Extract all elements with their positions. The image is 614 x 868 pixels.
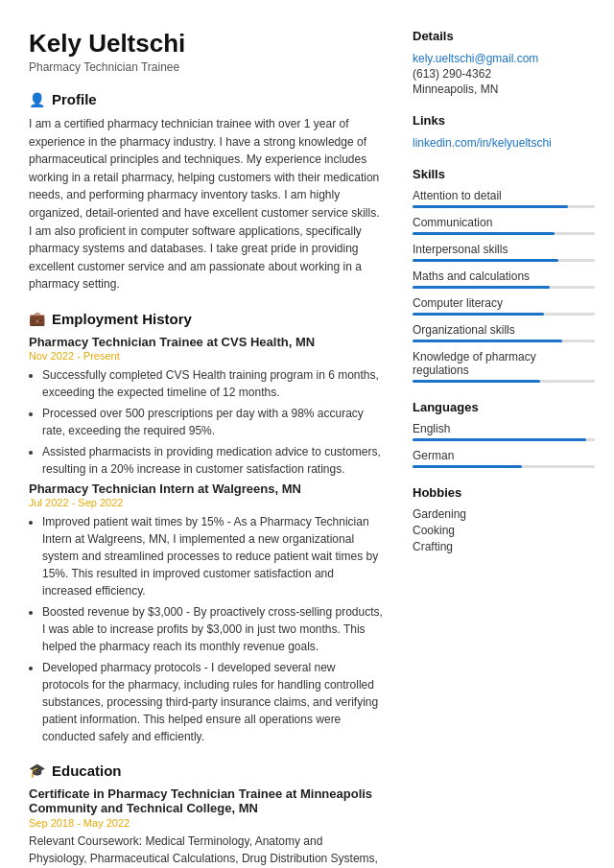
hobbies-title: Hobbies	[413, 485, 595, 500]
lang-bar-bg-1	[413, 465, 595, 468]
bullet-1-2: Processed over 500 prescriptions per day…	[42, 405, 384, 439]
education-section: 🎓 Education Certificate in Pharmacy Tech…	[29, 762, 384, 868]
skill-item-4: Computer literacy	[413, 296, 595, 316]
hobby-item-0: Gardening	[413, 507, 595, 521]
skill-bar-bg-5	[413, 340, 595, 342]
skill-bar-fill-4	[413, 313, 544, 316]
profile-section-title: 👤 Profile	[29, 91, 384, 107]
job-entry-2: Pharmacy Technician Intern at Walgreens,…	[29, 481, 384, 745]
skill-name-4: Computer literacy	[413, 296, 595, 310]
details-title: Details	[413, 29, 595, 43]
skill-name-6: Knowledge of pharmacy regulations	[413, 350, 595, 377]
candidate-subtitle: Pharmacy Technician Trainee	[29, 60, 384, 74]
skill-item-1: Communication	[413, 216, 595, 235]
bullet-2-1: Improved patient wait times by 15% - As …	[42, 513, 384, 599]
profile-text: I am a certified pharmacy technician tra…	[29, 115, 384, 293]
skill-bar-fill-2	[413, 259, 558, 262]
lang-name-1: German	[413, 449, 595, 462]
skill-bar-fill-3	[413, 286, 550, 289]
languages-title: Languages	[413, 400, 595, 414]
education-icon: 🎓	[29, 762, 45, 778]
skill-bar-bg-4	[413, 313, 595, 316]
edu-date-1: Sep 2018 - May 2022	[29, 817, 384, 829]
job-entry-1: Pharmacy Technician Trainee at CVS Healt…	[29, 335, 384, 478]
skill-bar-bg-0	[413, 205, 595, 208]
links-section: Links linkedin.com/in/kelyueltschi	[413, 113, 595, 150]
skill-item-6: Knowledge of pharmacy regulations	[413, 350, 595, 383]
skill-bar-bg-1	[413, 232, 595, 235]
email-link[interactable]: kely.ueltschi@gmail.com	[413, 52, 538, 65]
job-title-1: Pharmacy Technician Trainee at CVS Healt…	[29, 335, 384, 349]
skill-bar-bg-3	[413, 286, 595, 289]
skill-name-0: Attention to detail	[413, 189, 595, 202]
candidate-name: Kely Ueltschi	[29, 29, 384, 59]
skills-title: Skills	[413, 167, 595, 181]
skill-name-1: Communication	[413, 216, 595, 229]
skill-item-0: Attention to detail	[413, 189, 595, 208]
skill-name-2: Interpersonal skills	[413, 243, 595, 256]
skill-item-2: Interpersonal skills	[413, 243, 595, 262]
lang-bar-bg-0	[413, 438, 595, 441]
skill-bar-fill-6	[413, 380, 540, 383]
resume-header: Kely Ueltschi Pharmacy Technician Traine…	[29, 29, 384, 74]
job-title-2: Pharmacy Technician Intern at Walgreens,…	[29, 481, 384, 496]
employment-section-title: 💼 Employment History	[29, 311, 384, 327]
bullet-1-3: Assisted pharmacists in providing medica…	[42, 443, 384, 478]
lang-item-0: English	[413, 422, 595, 441]
lang-bar-fill-0	[413, 438, 586, 441]
skill-bar-bg-2	[413, 259, 595, 262]
bullet-1-1: Successfully completed CVS Health traini…	[42, 366, 384, 401]
languages-section: Languages English German	[413, 400, 595, 468]
skill-bar-fill-5	[413, 340, 562, 342]
education-section-title: 🎓 Education	[29, 762, 384, 779]
details-section: Details kely.ueltschi@gmail.com (613) 29…	[413, 29, 595, 96]
employment-icon: 💼	[29, 311, 45, 326]
skill-name-3: Maths and calculations	[413, 270, 595, 283]
profile-section: 👤 Profile I am a certified pharmacy tech…	[29, 91, 384, 293]
edu-text-1: Relevant Coursework: Medical Terminology…	[29, 833, 384, 868]
education-entry-1: Certificate in Pharmacy Technician Train…	[29, 786, 384, 868]
linkedin-link[interactable]: linkedin.com/in/kelyueltschi	[413, 136, 552, 150]
skill-bar-fill-0	[413, 205, 568, 208]
profile-icon: 👤	[29, 92, 45, 107]
employment-section: 💼 Employment History Pharmacy Technician…	[29, 311, 384, 745]
hobby-item-2: Crafting	[413, 540, 595, 553]
skill-item-5: Organizational skills	[413, 323, 595, 342]
skill-item-3: Maths and calculations	[413, 270, 595, 289]
hobby-item-1: Cooking	[413, 524, 595, 537]
lang-bar-fill-1	[413, 465, 522, 468]
job-bullets-2: Improved patient wait times by 15% - As …	[42, 513, 384, 745]
skill-bar-fill-1	[413, 232, 555, 235]
lang-name-0: English	[413, 422, 595, 435]
location-text: Minneapolis, MN	[413, 82, 595, 96]
skills-section: Skills Attention to detail Communication…	[413, 167, 595, 383]
lang-item-1: German	[413, 449, 595, 468]
job-bullets-1: Successfully completed CVS Health traini…	[42, 366, 384, 478]
edu-title-1: Certificate in Pharmacy Technician Train…	[29, 786, 384, 815]
links-title: Links	[413, 113, 595, 128]
job-date-2: Jul 2022 - Sep 2022	[29, 497, 384, 508]
skill-bar-bg-6	[413, 380, 595, 383]
hobbies-section: Hobbies Gardening Cooking Crafting	[413, 485, 595, 553]
bullet-2-3: Developed pharmacy protocols - I develop…	[42, 659, 384, 745]
bullet-2-2: Boosted revenue by $3,000 - By proactive…	[42, 603, 384, 655]
job-date-1: Nov 2022 - Present	[29, 350, 384, 362]
skill-name-5: Organizational skills	[413, 323, 595, 337]
phone-text: (613) 290-4362	[413, 67, 595, 81]
